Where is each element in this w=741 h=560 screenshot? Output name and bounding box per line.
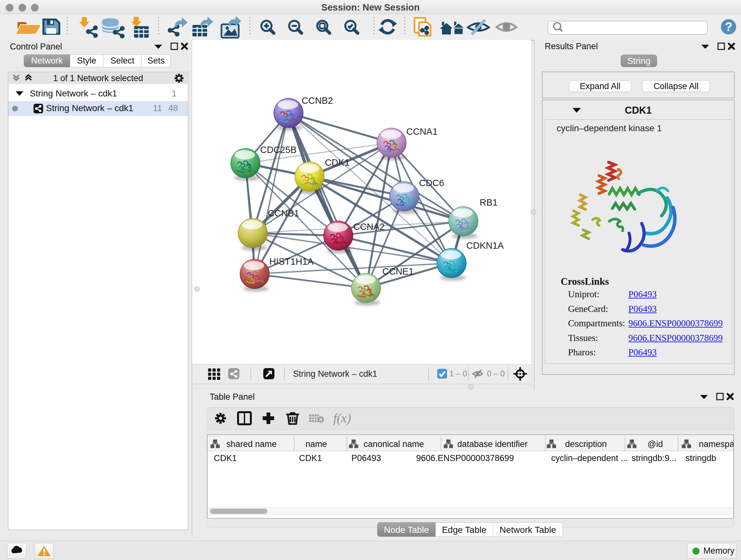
svg-text:1 – 0: 1 – 0 xyxy=(449,369,467,378)
svg-text:0 – 0: 0 – 0 xyxy=(487,369,505,378)
svg-text:CCNB1: CCNB1 xyxy=(268,208,299,219)
svg-text:shared name: shared name xyxy=(226,439,277,449)
svg-text:f(x): f(x) xyxy=(333,411,351,425)
svg-text:description: description xyxy=(565,439,607,449)
svg-text:String Network – cdk1: String Network – cdk1 xyxy=(293,369,377,379)
svg-text:CDC25B: CDC25B xyxy=(260,145,296,155)
svg-text:CDKN1A: CDKN1A xyxy=(466,240,504,251)
svg-text:CDK1: CDK1 xyxy=(325,158,349,168)
svg-text:database identifier: database identifier xyxy=(457,439,528,449)
svg-text:RB1: RB1 xyxy=(480,197,497,207)
svg-text:HIST1H1A: HIST1H1A xyxy=(269,256,314,266)
svg-text:CCNB2: CCNB2 xyxy=(301,96,333,106)
svg-text:@id: @id xyxy=(648,439,663,449)
svg-text:CCNA1: CCNA1 xyxy=(406,126,437,137)
svg-text:CCNA2: CCNA2 xyxy=(353,222,385,232)
svg-text:CCNE1: CCNE1 xyxy=(382,266,414,276)
svg-text:CDC6: CDC6 xyxy=(419,178,444,188)
svg-text:canonical name: canonical name xyxy=(363,439,424,449)
svg-text:?: ? xyxy=(725,20,732,34)
svg-text:namespac: namespac xyxy=(699,439,733,449)
svg-text:name: name xyxy=(306,439,327,449)
